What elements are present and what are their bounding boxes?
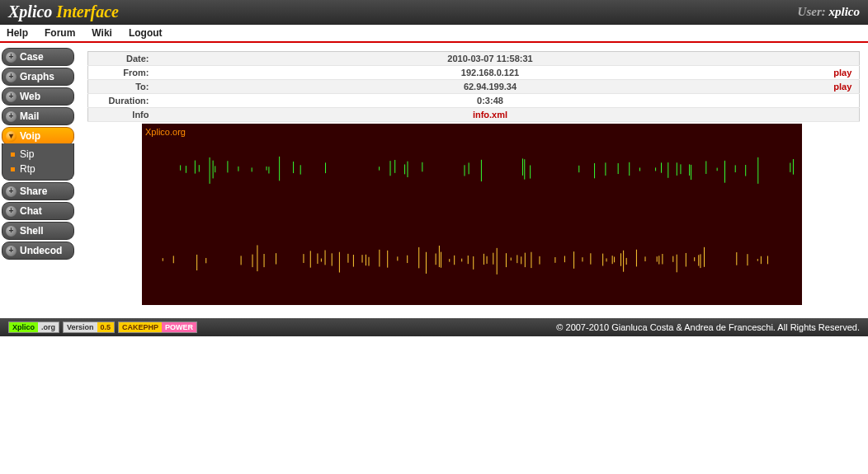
sidebar-item-shell[interactable]: + Shell [2, 222, 74, 240]
row-label: Duration: [88, 94, 154, 108]
badge-right: .org [38, 322, 59, 332]
app-logo: Xplico Interface [8, 2, 119, 21]
footer-bar: Xplico .org Version 0.5 CAKEPHP POWER © … [0, 318, 868, 336]
badge-left: Version [64, 322, 97, 332]
waveform-display: Xplico.org [142, 124, 802, 305]
nav-wiki[interactable]: Wiki [92, 27, 112, 39]
nav-help[interactable]: Help [7, 27, 28, 39]
waveform-svg [142, 124, 802, 305]
nav-forum[interactable]: Forum [45, 27, 75, 39]
badge-version[interactable]: Version 0.5 [63, 321, 115, 333]
sidebar-item-label: Web [20, 91, 40, 102]
table-row: From: 192.168.0.121 play [88, 66, 860, 80]
row-label: From: [88, 66, 154, 80]
sidebar-item-label: Shell [20, 225, 44, 237]
sidebar-item-label: Share [20, 185, 47, 197]
plus-icon: + [6, 206, 17, 217]
sidebar-subitem-label: Rtp [20, 163, 35, 175]
row-action [827, 94, 860, 108]
logo-left: Xplico [8, 2, 52, 21]
sidebar-item-mail[interactable]: + Mail [2, 107, 74, 125]
sidebar-item-graphs[interactable]: + Graphs [2, 68, 74, 86]
badge-xplico[interactable]: Xplico .org [8, 321, 59, 333]
logo-right: Interface [56, 2, 119, 21]
footer-copyright: © 2007-2010 Gianluca Costa & Andrea de F… [556, 322, 860, 332]
row-value: 2010-03-07 11:58:31 [154, 52, 827, 66]
table-row: To: 62.94.199.34 play [88, 80, 860, 94]
details-table: Date: 2010-03-07 11:58:31 From: 192.168.… [87, 51, 860, 122]
badge-left: CAKEPHP [119, 322, 162, 332]
row-action [827, 52, 860, 66]
sidebar-item-label: Undecod [20, 245, 62, 256]
row-value: 0:3:48 [154, 94, 827, 108]
main-content: Date: 2010-03-07 11:58:31 From: 192.168.… [76, 43, 868, 313]
sidebar-item-voip[interactable]: ▾ Voip [2, 127, 74, 145]
bullet-icon [11, 153, 15, 157]
sidebar-subitem-rtp[interactable]: Rtp [2, 162, 73, 176]
row-label: Info [88, 108, 154, 122]
badge-right: 0.5 [97, 322, 115, 332]
plus-icon: + [6, 226, 17, 237]
arrow-down-icon: ▾ [6, 131, 17, 142]
table-row: Duration: 0:3:48 [88, 94, 860, 108]
sidebar-item-case[interactable]: + Case [2, 48, 74, 66]
plus-icon: + [6, 72, 17, 82]
user-label: User: [798, 5, 826, 18]
play-link[interactable]: play [833, 68, 851, 77]
nav-logout[interactable]: Logout [129, 27, 163, 39]
footer-badges: Xplico .org Version 0.5 CAKEPHP POWER [8, 321, 197, 333]
badge-left: Xplico [9, 322, 38, 332]
row-label: Date: [88, 52, 154, 66]
row-label: To: [88, 80, 154, 94]
bullet-icon [11, 167, 15, 171]
badge-cakephp[interactable]: CAKEPHP POWER [118, 321, 197, 333]
sidebar-subitem-label: Sip [20, 148, 34, 160]
plus-icon: + [6, 186, 17, 197]
table-row: Date: 2010-03-07 11:58:31 [88, 52, 860, 66]
sidebar-subitem-sip[interactable]: Sip [2, 147, 73, 162]
sidebar-item-share[interactable]: + Share [2, 182, 74, 200]
play-link[interactable]: play [833, 82, 851, 92]
username: xplico [829, 5, 861, 18]
top-nav: Help Forum Wiki Logout [0, 25, 868, 43]
badge-right: POWER [162, 322, 196, 332]
plus-icon: + [6, 111, 17, 122]
row-value: 192.168.0.121 [154, 66, 827, 80]
user-box: User: xplico [798, 5, 860, 19]
plus-icon: + [6, 52, 17, 63]
sidebar-item-label: Graphs [20, 71, 54, 82]
row-action [827, 108, 860, 122]
plus-icon: + [6, 246, 17, 256]
sidebar-item-label: Voip [20, 130, 40, 142]
plus-icon: + [6, 92, 17, 102]
sidebar-item-label: Case [20, 51, 44, 63]
sidebar-item-label: Mail [20, 110, 39, 122]
sidebar-item-undecod[interactable]: + Undecod [2, 242, 74, 260]
sidebar-item-chat[interactable]: + Chat [2, 202, 74, 220]
sidebar-item-label: Chat [20, 205, 42, 217]
table-row: Info info.xml [88, 108, 860, 122]
sidebar: + Case + Graphs + Web + Mail ▾ Voip Sip … [0, 43, 76, 266]
sidebar-sublist-voip: Sip Rtp [2, 143, 74, 181]
header-bar: Xplico Interface User: xplico [0, 0, 868, 25]
info-link[interactable]: info.xml [473, 110, 507, 120]
row-value: 62.94.199.34 [154, 80, 827, 94]
sidebar-item-web[interactable]: + Web [2, 87, 74, 106]
